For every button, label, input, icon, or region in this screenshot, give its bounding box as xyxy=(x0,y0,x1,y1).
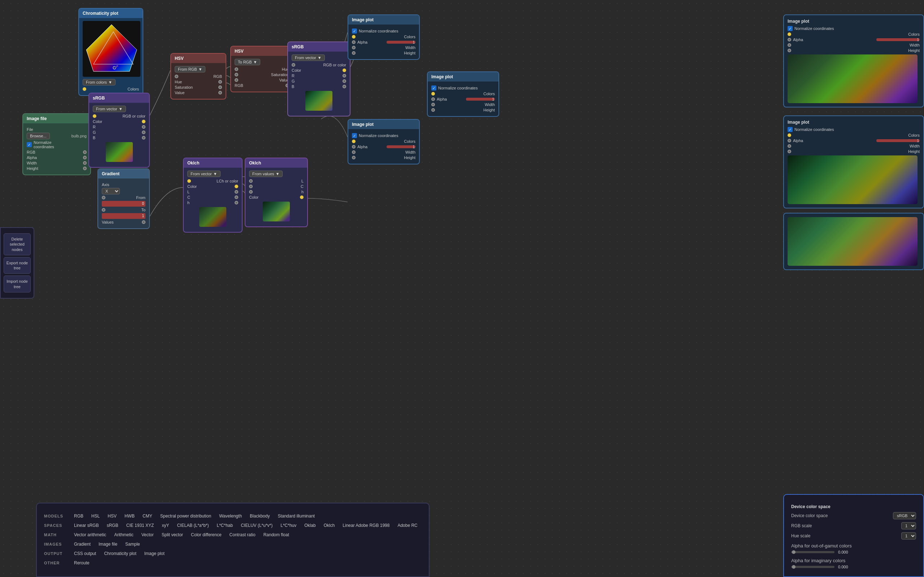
oklch-fromvector-dropdown[interactable]: From vector ▼ xyxy=(187,171,221,177)
model-standard[interactable]: Standard illuminant xyxy=(276,513,316,519)
alpha2-socket xyxy=(431,97,435,101)
hue-scale-select[interactable]: 1 xyxy=(901,532,916,540)
other-reroute[interactable]: Reroute xyxy=(73,560,91,566)
model-hsl[interactable]: HSL xyxy=(90,513,101,519)
color-space-select[interactable]: sRGB xyxy=(893,512,916,519)
settings-title: Device color space xyxy=(791,504,830,509)
out-of-gamut-label: Alpha for out-of-gamut colors xyxy=(791,543,916,548)
math-splitvector[interactable]: Split vector xyxy=(160,532,184,538)
oklch-vals-thumbnail xyxy=(263,201,290,221)
gradient-header: Gradient xyxy=(98,169,149,179)
delete-selected-button[interactable]: Delete selected nodes xyxy=(3,233,31,255)
images-label: IMAGES xyxy=(44,542,68,546)
space-linearsrgb[interactable]: Linear sRGB xyxy=(73,522,100,529)
space-cie1931[interactable]: CIE 1931 XYZ xyxy=(125,522,155,529)
rgb-scale-select[interactable]: 1 xyxy=(901,522,916,529)
out-of-gamut-section: Alpha for out-of-gamut colors 0.000 xyxy=(791,543,916,554)
c-in-socket xyxy=(249,185,253,188)
imaginary-slider[interactable] xyxy=(791,566,835,568)
space-lchuv[interactable]: L*C*huv xyxy=(279,522,298,529)
l-socket xyxy=(234,190,238,193)
normalize1-label: Normalize coordinates xyxy=(359,29,398,33)
space-oklab[interactable]: Oklab xyxy=(303,522,317,529)
node-gradient: Gradient Axis X Y From 0 To 1 Values xyxy=(97,168,150,229)
right-image2 xyxy=(788,155,918,204)
space-srgb[interactable]: sRGB xyxy=(105,522,120,529)
alpha-out-row: Alpha xyxy=(27,155,87,160)
normalize-checkbox[interactable]: ✓ xyxy=(27,142,32,147)
from-vector-dropdown[interactable]: From vector ▼ xyxy=(93,106,126,112)
node-chromaticity-plot: Chromaticity plot xyxy=(78,8,143,96)
model-blackbody[interactable]: Blackbody xyxy=(248,513,271,519)
normalize2-checkbox[interactable]: ✓ xyxy=(431,85,436,90)
width1-socket xyxy=(352,46,355,49)
from-vector2-dropdown[interactable]: From vector ▼ xyxy=(292,55,325,61)
hsv-fromrgb-header: HSV xyxy=(171,54,226,63)
rgb-socket xyxy=(83,150,87,154)
images-imagefile[interactable]: Image file xyxy=(97,541,119,548)
images-sample[interactable]: Sample xyxy=(124,541,142,548)
math-colordiff[interactable]: Color difference xyxy=(189,532,223,538)
model-hsv[interactable]: HSV xyxy=(106,513,118,519)
model-hwb[interactable]: HWB xyxy=(123,513,136,519)
node-chromaticity-body: From colors ▼ Colors xyxy=(79,18,142,95)
space-linearadobe[interactable]: Linear Adobe RGB 1998 xyxy=(341,522,391,529)
math-randomfloat[interactable]: Random float xyxy=(262,532,291,538)
model-rgb[interactable]: RGB xyxy=(73,513,85,519)
node-srgb-fromvector2: sRGB From vector ▼ RGB or color Color R … xyxy=(287,42,351,116)
space-oklch[interactable]: Oklch xyxy=(322,522,336,529)
model-wavelength[interactable]: Wavelength xyxy=(218,513,243,519)
space-adoberc[interactable]: Adobe RC xyxy=(396,522,419,529)
right-height2-row: Height xyxy=(788,149,920,154)
height1-socket xyxy=(352,51,355,55)
bottom-panel: MODELS RGB HSL HSV HWB CMY Spectral powe… xyxy=(36,503,430,577)
hsv-torgb-body: To RGB ▼ Hue Saturation Value RGB xyxy=(231,56,293,92)
right-image3 xyxy=(788,217,918,266)
from-colors-dropdown[interactable]: From colors ▼ xyxy=(82,79,115,85)
left-sidebar: Delete selected nodes Export node tree I… xyxy=(0,227,34,298)
model-cmy[interactable]: CMY xyxy=(141,513,154,519)
browse-button[interactable]: Browse... xyxy=(27,133,50,139)
right-norm2-check[interactable]: ✓ xyxy=(788,127,793,132)
c-socket xyxy=(234,195,238,199)
out-of-gamut-slider[interactable] xyxy=(791,551,835,553)
rgb-out2-row: RGB xyxy=(234,83,289,88)
hsv-torgb-header: HSV xyxy=(231,47,293,56)
model-spectral[interactable]: Spectral power distribution xyxy=(159,513,213,519)
math-contrastratio[interactable]: Contrast ratio xyxy=(228,532,257,538)
space-cieluv[interactable]: CIELUV (L*u*v*) xyxy=(239,522,274,529)
filename-label: bulb.png xyxy=(71,134,87,138)
math-vectorarith[interactable]: Vector arithmetic xyxy=(73,532,108,538)
output-css[interactable]: CSS output xyxy=(73,550,97,557)
normalize3-checkbox[interactable]: ✓ xyxy=(352,133,357,138)
imageplot1-body: ✓ Normalize coordinates Colors Alpha 1 W… xyxy=(348,24,419,59)
space-lchab[interactable]: L*C*hab xyxy=(215,522,234,529)
alpha1-socket xyxy=(352,40,355,44)
output-imageplot[interactable]: Image plot xyxy=(143,550,166,557)
right-imageplot2-header: Image plot xyxy=(788,120,920,125)
right-imageplot-1: Image plot ✓ Normalize coordinates Color… xyxy=(783,15,924,108)
math-vector[interactable]: Vector xyxy=(140,532,155,538)
from-rgb-dropdown[interactable]: From RGB ▼ xyxy=(175,66,205,73)
alpha-socket xyxy=(83,156,87,160)
axis-select[interactable]: X Y xyxy=(102,188,120,194)
from-values-dropdown[interactable]: From values ▼ xyxy=(249,171,283,177)
height-socket xyxy=(83,167,87,170)
normalize1-checkbox[interactable]: ✓ xyxy=(352,29,357,34)
rgb-or-color2-socket xyxy=(292,63,295,67)
width3-row: Width xyxy=(352,150,415,154)
output-chromaticity[interactable]: Chromaticity plot xyxy=(102,550,137,557)
right-width1-row: Width xyxy=(788,43,920,47)
height3-row: Height xyxy=(352,155,415,160)
oklch-color-socket xyxy=(234,185,238,188)
space-cielab[interactable]: CIELAB (L*a*b*) xyxy=(175,522,210,529)
export-node-tree-button[interactable]: Export node tree xyxy=(3,257,31,274)
math-arithmetic[interactable]: Arithmetic xyxy=(113,532,135,538)
import-node-tree-button[interactable]: Import node tree xyxy=(3,276,31,292)
colors-socket-in xyxy=(82,87,86,91)
images-gradient[interactable]: Gradient xyxy=(73,541,92,548)
images-row: IMAGES Gradient Image file Sample xyxy=(44,541,422,548)
right-norm1-check[interactable]: ✓ xyxy=(788,26,793,31)
space-xyy[interactable]: xyY xyxy=(160,522,170,529)
to-rgb-dropdown[interactable]: To RGB ▼ xyxy=(234,59,260,65)
